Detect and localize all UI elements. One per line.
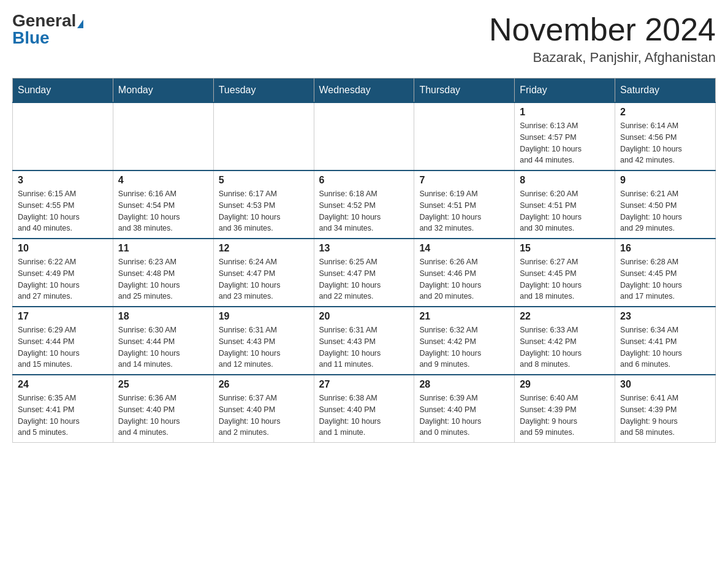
day-info: Sunrise: 6:40 AM Sunset: 4:39 PM Dayligh…: [520, 393, 610, 439]
day-number: 28: [419, 379, 509, 390]
calendar-day-cell: 11Sunrise: 6:23 AM Sunset: 4:48 PM Dayli…: [113, 239, 213, 307]
calendar-week-row: 17Sunrise: 6:29 AM Sunset: 4:44 PM Dayli…: [13, 307, 716, 375]
calendar-day-cell: 27Sunrise: 6:38 AM Sunset: 4:40 PM Dayli…: [314, 375, 414, 443]
calendar-day-cell: [213, 102, 314, 170]
day-info: Sunrise: 6:30 AM Sunset: 4:44 PM Dayligh…: [118, 324, 208, 370]
day-number: 1: [520, 107, 610, 118]
day-number: 8: [520, 175, 610, 186]
title-area: November 2024 Bazarak, Panjshir, Afghani…: [489, 12, 716, 66]
calendar-day-cell: 30Sunrise: 6:41 AM Sunset: 4:39 PM Dayli…: [615, 375, 716, 443]
day-info: Sunrise: 6:14 AM Sunset: 4:56 PM Dayligh…: [620, 120, 710, 166]
day-info: Sunrise: 6:32 AM Sunset: 4:42 PM Dayligh…: [419, 324, 509, 370]
calendar-day-cell: 25Sunrise: 6:36 AM Sunset: 4:40 PM Dayli…: [113, 375, 213, 443]
day-info: Sunrise: 6:29 AM Sunset: 4:44 PM Dayligh…: [18, 324, 108, 370]
calendar-day-cell: 5Sunrise: 6:17 AM Sunset: 4:53 PM Daylig…: [213, 170, 314, 239]
day-number: 15: [520, 243, 610, 254]
calendar-day-cell: 28Sunrise: 6:39 AM Sunset: 4:40 PM Dayli…: [414, 375, 515, 443]
day-number: 14: [419, 243, 509, 254]
calendar-day-cell: 22Sunrise: 6:33 AM Sunset: 4:42 PM Dayli…: [515, 307, 615, 375]
day-info: Sunrise: 6:36 AM Sunset: 4:40 PM Dayligh…: [118, 393, 208, 439]
calendar-day-cell: 6Sunrise: 6:18 AM Sunset: 4:52 PM Daylig…: [314, 170, 414, 239]
day-info: Sunrise: 6:31 AM Sunset: 4:43 PM Dayligh…: [219, 324, 309, 370]
day-info: Sunrise: 6:33 AM Sunset: 4:42 PM Dayligh…: [520, 324, 610, 370]
logo: General Blue: [12, 12, 83, 47]
day-number: 2: [620, 107, 710, 118]
logo-text: General: [12, 12, 83, 29]
day-number: 21: [419, 311, 509, 322]
day-info: Sunrise: 6:18 AM Sunset: 4:52 PM Dayligh…: [319, 188, 409, 234]
day-info: Sunrise: 6:31 AM Sunset: 4:43 PM Dayligh…: [319, 324, 409, 370]
day-info: Sunrise: 6:39 AM Sunset: 4:40 PM Dayligh…: [419, 393, 509, 439]
day-number: 16: [620, 243, 710, 254]
day-number: 25: [118, 379, 208, 390]
calendar-week-row: 24Sunrise: 6:35 AM Sunset: 4:41 PM Dayli…: [13, 375, 716, 443]
day-number: 29: [520, 379, 610, 390]
weekday-header-wednesday: Wednesday: [314, 79, 414, 103]
calendar-day-cell: 12Sunrise: 6:24 AM Sunset: 4:47 PM Dayli…: [213, 239, 314, 307]
calendar-day-cell: 21Sunrise: 6:32 AM Sunset: 4:42 PM Dayli…: [414, 307, 515, 375]
day-info: Sunrise: 6:26 AM Sunset: 4:46 PM Dayligh…: [419, 256, 509, 302]
calendar-day-cell: 29Sunrise: 6:40 AM Sunset: 4:39 PM Dayli…: [515, 375, 615, 443]
day-number: 22: [520, 311, 610, 322]
day-info: Sunrise: 6:22 AM Sunset: 4:49 PM Dayligh…: [18, 256, 108, 302]
day-number: 7: [419, 175, 509, 186]
day-info: Sunrise: 6:19 AM Sunset: 4:51 PM Dayligh…: [419, 188, 509, 234]
day-number: 24: [18, 379, 108, 390]
calendar-day-cell: 15Sunrise: 6:27 AM Sunset: 4:45 PM Dayli…: [515, 239, 615, 307]
day-info: Sunrise: 6:37 AM Sunset: 4:40 PM Dayligh…: [219, 393, 309, 439]
day-info: Sunrise: 6:16 AM Sunset: 4:54 PM Dayligh…: [118, 188, 208, 234]
day-number: 3: [18, 175, 108, 186]
day-info: Sunrise: 6:15 AM Sunset: 4:55 PM Dayligh…: [18, 188, 108, 234]
day-info: Sunrise: 6:20 AM Sunset: 4:51 PM Dayligh…: [520, 188, 610, 234]
day-number: 5: [219, 175, 309, 186]
calendar-day-cell: 2Sunrise: 6:14 AM Sunset: 4:56 PM Daylig…: [615, 102, 716, 170]
calendar-day-cell: [314, 102, 414, 170]
day-number: 23: [620, 311, 710, 322]
page-header: General Blue November 2024 Bazarak, Panj…: [12, 12, 716, 66]
day-number: 17: [18, 311, 108, 322]
day-info: Sunrise: 6:17 AM Sunset: 4:53 PM Dayligh…: [219, 188, 309, 234]
weekday-header-friday: Friday: [515, 79, 615, 103]
weekday-header-monday: Monday: [113, 79, 213, 103]
day-number: 20: [319, 311, 409, 322]
calendar-day-cell: 10Sunrise: 6:22 AM Sunset: 4:49 PM Dayli…: [13, 239, 113, 307]
calendar-week-row: 1Sunrise: 6:13 AM Sunset: 4:57 PM Daylig…: [13, 102, 716, 170]
month-title: November 2024: [489, 12, 716, 47]
calendar-day-cell: 3Sunrise: 6:15 AM Sunset: 4:55 PM Daylig…: [13, 170, 113, 239]
day-info: Sunrise: 6:25 AM Sunset: 4:47 PM Dayligh…: [319, 256, 409, 302]
day-number: 13: [319, 243, 409, 254]
calendar-day-cell: 26Sunrise: 6:37 AM Sunset: 4:40 PM Dayli…: [213, 375, 314, 443]
day-info: Sunrise: 6:41 AM Sunset: 4:39 PM Dayligh…: [620, 393, 710, 439]
calendar-day-cell: 18Sunrise: 6:30 AM Sunset: 4:44 PM Dayli…: [113, 307, 213, 375]
calendar-day-cell: 24Sunrise: 6:35 AM Sunset: 4:41 PM Dayli…: [13, 375, 113, 443]
day-number: 10: [18, 243, 108, 254]
day-info: Sunrise: 6:35 AM Sunset: 4:41 PM Dayligh…: [18, 393, 108, 439]
day-number: 27: [319, 379, 409, 390]
calendar-week-row: 10Sunrise: 6:22 AM Sunset: 4:49 PM Dayli…: [13, 239, 716, 307]
day-info: Sunrise: 6:38 AM Sunset: 4:40 PM Dayligh…: [319, 393, 409, 439]
calendar-day-cell: 20Sunrise: 6:31 AM Sunset: 4:43 PM Dayli…: [314, 307, 414, 375]
calendar-day-cell: 8Sunrise: 6:20 AM Sunset: 4:51 PM Daylig…: [515, 170, 615, 239]
day-number: 30: [620, 379, 710, 390]
weekday-header-saturday: Saturday: [615, 79, 716, 103]
weekday-header-sunday: Sunday: [13, 79, 113, 103]
calendar-day-cell: [13, 102, 113, 170]
day-info: Sunrise: 6:13 AM Sunset: 4:57 PM Dayligh…: [520, 120, 610, 166]
day-info: Sunrise: 6:27 AM Sunset: 4:45 PM Dayligh…: [520, 256, 610, 302]
calendar-day-cell: 17Sunrise: 6:29 AM Sunset: 4:44 PM Dayli…: [13, 307, 113, 375]
day-number: 11: [118, 243, 208, 254]
day-number: 9: [620, 175, 710, 186]
logo-triangle-icon: [77, 20, 83, 28]
calendar-week-row: 3Sunrise: 6:15 AM Sunset: 4:55 PM Daylig…: [13, 170, 716, 239]
weekday-header-row: SundayMondayTuesdayWednesdayThursdayFrid…: [13, 79, 716, 103]
day-info: Sunrise: 6:21 AM Sunset: 4:50 PM Dayligh…: [620, 188, 710, 234]
day-info: Sunrise: 6:24 AM Sunset: 4:47 PM Dayligh…: [219, 256, 309, 302]
day-info: Sunrise: 6:34 AM Sunset: 4:41 PM Dayligh…: [620, 324, 710, 370]
day-number: 4: [118, 175, 208, 186]
day-number: 18: [118, 311, 208, 322]
logo-general: General: [12, 11, 76, 30]
calendar-table: SundayMondayTuesdayWednesdayThursdayFrid…: [12, 78, 716, 443]
calendar-day-cell: 13Sunrise: 6:25 AM Sunset: 4:47 PM Dayli…: [314, 239, 414, 307]
day-number: 26: [219, 379, 309, 390]
logo-blue: Blue: [12, 29, 50, 47]
